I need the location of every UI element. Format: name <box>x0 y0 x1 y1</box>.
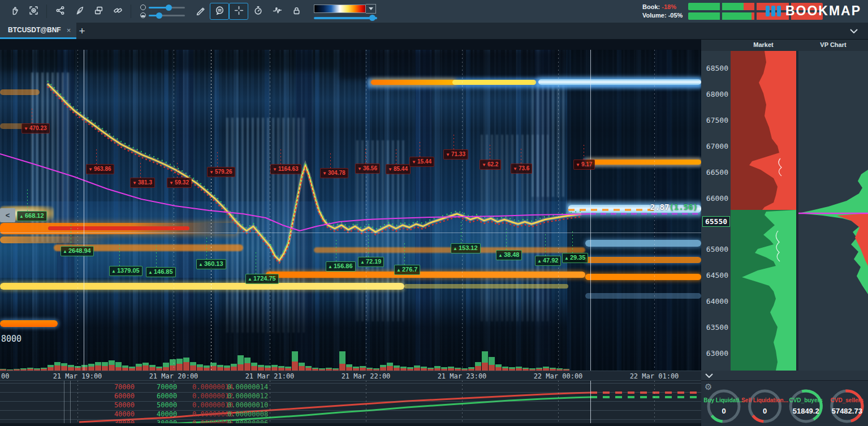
layers-tool-button[interactable] <box>89 3 108 20</box>
down-arrow-icon: ▼ <box>412 160 416 165</box>
collapse-left-button[interactable]: < <box>0 208 15 222</box>
bookmap-logo-icon <box>766 6 781 16</box>
time-tick: 00 <box>1 372 9 380</box>
subchart-gridline <box>0 383 701 384</box>
contrast-slider[interactable] <box>149 15 185 16</box>
svg-text:CVD_sellers: CVD_sellers <box>831 397 864 403</box>
brightness-icon <box>140 5 146 10</box>
tab-btcusdt-bnf[interactable]: BTCUSDT@BNF × <box>0 23 76 39</box>
share-tool-button[interactable] <box>50 3 70 20</box>
gauges-svg: Buy Liquidati...0Sell Liquidation...0CVD… <box>701 381 868 426</box>
up-arrow-icon: ▲ <box>396 268 401 273</box>
label-connector-line <box>156 246 157 267</box>
chat-tool-button[interactable] <box>210 3 229 20</box>
indicator-subchart[interactable]: 7000060000500004000030000 70000600005000… <box>0 380 701 423</box>
down-arrow-icon: ▼ <box>209 170 214 175</box>
buy-liquidation-label: ▲146.85 <box>146 267 176 277</box>
stopwatch-icon <box>253 6 263 18</box>
gauge-Buy Liquidati...: Buy Liquidati...0 <box>703 391 744 421</box>
up-arrow-icon: ▲ <box>19 214 24 219</box>
lock-tool-button[interactable] <box>287 3 306 20</box>
colormap-slider[interactable] <box>314 17 377 19</box>
label-connector-line <box>396 149 396 164</box>
label-connector-line <box>217 152 218 167</box>
up-arrow-icon: ▲ <box>248 277 252 282</box>
tab-close-icon[interactable]: × <box>67 26 71 35</box>
svg-text:51849.2: 51849.2 <box>793 407 819 415</box>
sell-liquidation-label: ▼62.2 <box>480 160 501 170</box>
down-arrow-icon: ▼ <box>24 126 28 131</box>
colormap-dropdown[interactable] <box>366 4 376 14</box>
price-tick: 63000 <box>706 349 728 358</box>
toolbar-separator <box>46 5 47 18</box>
crosshair-icon <box>234 6 244 18</box>
down-arrow-icon: ▼ <box>576 162 580 167</box>
label-connector-line <box>32 109 32 123</box>
scale-red-prices: 7000060000500004000030000 <box>96 382 135 423</box>
link-tool-button[interactable] <box>108 3 127 20</box>
sell-liquidation-label: ▼59.32 <box>167 178 192 188</box>
up-arrow-icon: ▲ <box>453 246 457 251</box>
price-tick: 68000 <box>706 90 728 98</box>
subchart-gridline <box>0 401 701 402</box>
subchart-gridline <box>0 419 701 420</box>
sell-liquidation-label: ▼470.23 <box>21 123 50 134</box>
vp-chart-column <box>798 51 868 371</box>
lock-icon <box>292 6 301 18</box>
subchart-time-gridline <box>77 381 78 423</box>
subchart-separator <box>70 381 71 423</box>
heatmap-canvas[interactable]: ▲668.12▲2648.94▲1379.05▲146.85▲360.13▲17… <box>0 50 701 371</box>
tab-bar: BTCUSDT@BNF × + <box>0 23 868 40</box>
quill-tool-button[interactable] <box>70 3 89 20</box>
market-header[interactable]: Market <box>731 41 796 48</box>
price-axis[interactable]: 65550 6850068000675006700066500660006500… <box>701 51 731 371</box>
buy-liquidation-label: ▲29.35 <box>562 253 588 263</box>
brightness-slider[interactable] <box>149 7 185 8</box>
price-tick: 66500 <box>706 168 728 177</box>
sell-liquidation-label: ▼9.17 <box>573 160 595 170</box>
subchart-time-gridline <box>270 381 270 423</box>
down-arrow-icon: ▼ <box>273 167 277 172</box>
pencil-tool-button[interactable] <box>191 3 210 20</box>
label-connector-line <box>404 243 405 265</box>
buy-liquidation-label: ▲38.48 <box>496 250 522 260</box>
price-axis-chevron-icon[interactable] <box>705 373 713 378</box>
label-connector-line <box>490 145 490 160</box>
hand-tool-button[interactable] <box>5 3 24 20</box>
link-icon <box>113 6 123 18</box>
zoom-area-icon <box>29 6 38 18</box>
sell-liquidation-label: ▼963.86 <box>86 164 114 174</box>
toolbar: Book: -18% Volume: -05% BOOKMAP <box>0 0 868 23</box>
scale-value: 0.00000008 <box>227 410 268 419</box>
chevron-down-icon <box>850 29 858 33</box>
sell-liquidation-label: ▼579.26 <box>207 167 235 177</box>
bookmap-logo: BOOKMAP <box>766 3 861 19</box>
axis-bottom-strip <box>701 371 868 380</box>
label-connector-line <box>27 190 28 211</box>
crosshair-tool-button[interactable] <box>229 3 248 20</box>
left-price-label: 8000 <box>1 334 21 344</box>
gear-icon[interactable]: ⚙ <box>705 382 712 392</box>
colormap-gradient[interactable] <box>314 5 366 13</box>
now-line <box>590 381 591 423</box>
subchart-time-gridline <box>462 381 463 423</box>
tabbar-chevron-button[interactable] <box>845 25 862 37</box>
label-connector-line <box>330 153 331 168</box>
vp-chart-header[interactable]: VP Chart <box>798 41 868 48</box>
label-connector-line <box>206 238 207 259</box>
stopwatch-tool-button[interactable] <box>248 3 267 20</box>
current-price-box: 65550 <box>702 216 730 227</box>
time-axis[interactable]: 0021 Mar 19:0021 Mar 20:0021 Mar 21:0021… <box>0 371 701 381</box>
subchart-gridline <box>0 410 701 411</box>
up-arrow-icon: ▲ <box>198 262 203 267</box>
pulse-tool-button[interactable] <box>267 3 287 20</box>
heatmap-adjust-sliders <box>140 5 185 18</box>
buy-liquidation-label: ▲276.7 <box>394 265 420 275</box>
buy-liquidation-label: ▲47.92 <box>535 256 561 266</box>
add-tab-button[interactable]: + <box>72 24 92 38</box>
price-tick: 63500 <box>706 323 728 332</box>
subchart-time-gridline <box>366 381 366 423</box>
market-depth-svg <box>731 51 796 371</box>
label-connector-line <box>365 149 366 163</box>
zoom-area-button[interactable] <box>24 3 43 20</box>
